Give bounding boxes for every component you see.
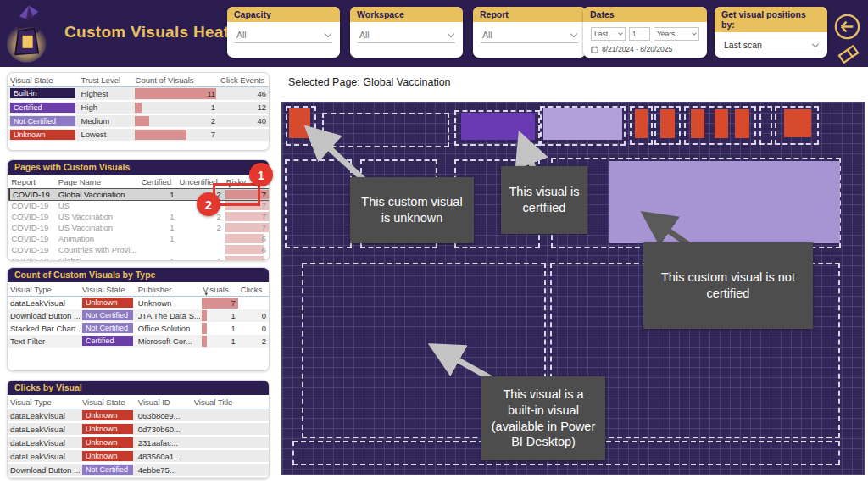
column-header[interactable]: Visual Type [8, 395, 80, 409]
positions-dropdown[interactable]: Last scan [722, 38, 820, 53]
table-row[interactable]: Stacked Bar Chart...Not Certified584a40f… [8, 476, 269, 479]
state-badge: Not Certified [80, 476, 136, 479]
cell: COVID-19 [9, 200, 56, 211]
state-badge: Not Certified [8, 114, 78, 128]
value-bar: 11 [133, 87, 219, 101]
value-bar: 1 [200, 335, 238, 348]
filter-capacity-label: Capacity [227, 7, 340, 22]
cell: Medium [78, 114, 132, 128]
cell: Animation [56, 233, 139, 244]
cell [192, 422, 269, 436]
card-title: Count of Custom Visuals by Type [8, 268, 269, 282]
column-header[interactable]: Visual State [80, 395, 136, 409]
cell: dataLeakVisual [8, 409, 80, 423]
column-header[interactable]: Report [9, 175, 56, 189]
column-header[interactable]: Visuals▼ [200, 282, 238, 297]
annotation-step-1: 1 [249, 163, 273, 186]
table-row[interactable]: COVID-19Countries with Provi...6 [9, 244, 270, 255]
heatmap-canvas: This custom visual is unknown This visua… [281, 102, 865, 475]
cell: 12 [218, 101, 269, 114]
table-row[interactable]: Stacked Bar Chart...Not CertifiedOffice … [8, 322, 269, 335]
table-row[interactable]: dataLeakVisualUnknown231aafac... [8, 436, 269, 449]
column-header[interactable]: Count of Visuals [133, 73, 219, 87]
chevron-down-icon [692, 31, 697, 36]
table-header-row[interactable]: Visual State▲Trust LevelCount of Visuals… [8, 73, 269, 87]
cell: dataLeakVisual [8, 297, 80, 309]
cell: 1 [139, 233, 177, 244]
cell [192, 436, 269, 449]
value-bar: 6 [224, 255, 269, 261]
column-header[interactable]: Visual State [80, 282, 136, 297]
column-header[interactable]: Visual State▲ [8, 73, 78, 87]
column-header[interactable]: Visual Title [192, 395, 269, 409]
value-bar: 1 [200, 322, 238, 335]
dates-op-dropdown[interactable]: Last [591, 27, 626, 41]
value-bar: 6 [224, 233, 269, 244]
table-row[interactable]: Not CertifiedMedium240 [8, 114, 269, 128]
table-row[interactable]: dataLeakVisualUnknown0d730b60... [8, 422, 269, 436]
cell: US Vaccination [56, 211, 139, 222]
table-row[interactable]: UnknownLowest7 [8, 128, 269, 142]
table-row[interactable]: COVID-19Animation16 [9, 233, 270, 244]
workspace-dropdown[interactable]: All [358, 28, 455, 43]
card-title: Clicks by Visual [8, 381, 269, 395]
eraser-icon[interactable] [837, 44, 860, 64]
column-header[interactable]: Certified [139, 175, 177, 189]
state-badge: Not Certified [80, 322, 136, 335]
cell: Global [56, 255, 139, 261]
value-bar: 7 [133, 128, 219, 142]
column-header[interactable]: Click Events [218, 73, 269, 87]
table-row[interactable]: Download Button ...Not Certified4ebbe75.… [8, 463, 269, 476]
table-row[interactable]: dataLeakVisualUnknown063b8ce9... [8, 409, 269, 423]
column-header[interactable]: Clicks [238, 282, 269, 297]
table-row[interactable]: COVID-19US Vaccination127 [9, 222, 270, 233]
column-header[interactable]: Publisher [136, 282, 200, 297]
cell: 483560a1... [136, 449, 192, 463]
cell: US [56, 200, 139, 211]
state-badge: Unknown [80, 409, 136, 423]
cell: Highest [78, 87, 132, 101]
dates-number-input[interactable]: 1 [629, 27, 650, 41]
cell: 1 [139, 255, 177, 261]
column-header[interactable]: Trust Level [78, 73, 132, 87]
table-row[interactable]: CertifiedHigh112 [8, 101, 269, 114]
table-header-row[interactable]: Visual TypeVisual StatePublisherVisuals▼… [8, 282, 269, 297]
dates-unit-dropdown[interactable]: Years [654, 27, 699, 41]
pages-with-custom-visuals-card: Pages with Custom Visuals ReportPage Nam… [7, 159, 270, 261]
filter-workspace-label: Workspace [350, 7, 463, 22]
cell: Text Filter [8, 335, 80, 348]
filter-positions: Get visual positions by: Last scan [715, 7, 827, 58]
cell: Stacked Bar Chart... [8, 476, 80, 479]
table-header-row[interactable]: Visual TypeVisual StateVisual IDVisual T… [8, 395, 269, 409]
visual-state-summary-card: Visual State▲Trust LevelCount of Visuals… [7, 72, 270, 151]
column-header[interactable]: Visual ID [136, 395, 192, 409]
cell: 2 [176, 222, 223, 233]
cell: 40 [218, 114, 269, 128]
table-row[interactable]: Built-inHighest1146 [8, 87, 269, 101]
state-badge: Unknown [80, 422, 136, 436]
positions-value: Last scan [724, 40, 762, 50]
report-dropdown[interactable]: All [481, 28, 578, 43]
table-row[interactable]: Download Button ...Not CertifiedJTA The … [8, 309, 269, 322]
table-row[interactable]: Text FilterCertifiedMicrosoft Cor...12 [8, 335, 269, 348]
state-badge: Built-in [8, 87, 78, 101]
filter-workspace: Workspace All [350, 7, 463, 58]
capacity-dropdown[interactable]: All [235, 28, 332, 43]
cell: Download Button ... [8, 309, 80, 322]
chevron-down-icon [448, 30, 454, 36]
state-badge: Unknown [8, 128, 78, 142]
table-row[interactable]: dataLeakVisualUnknownUnknown7 [8, 297, 269, 309]
table-row[interactable]: dataLeakVisualUnknown483560a1... [8, 449, 269, 463]
cell: COVID-19 [9, 189, 56, 201]
divider [281, 97, 866, 97]
table-row[interactable]: COVID-19US Vaccination127 [9, 211, 270, 222]
callout-unknown: This custom visual is unknown [350, 177, 474, 243]
column-header[interactable]: Visual Type [8, 282, 80, 297]
cell: 2 [238, 335, 269, 348]
cell: 0 [238, 322, 269, 335]
state-badge: Certified [80, 335, 136, 348]
custom-visuals-heatmap-page: Custom Visuals Heatmap Capacity All Work… [0, 0, 868, 484]
back-button[interactable] [833, 13, 861, 41]
table-row[interactable]: COVID-19Global116 [9, 255, 270, 261]
column-header[interactable]: Page Name [56, 175, 139, 189]
